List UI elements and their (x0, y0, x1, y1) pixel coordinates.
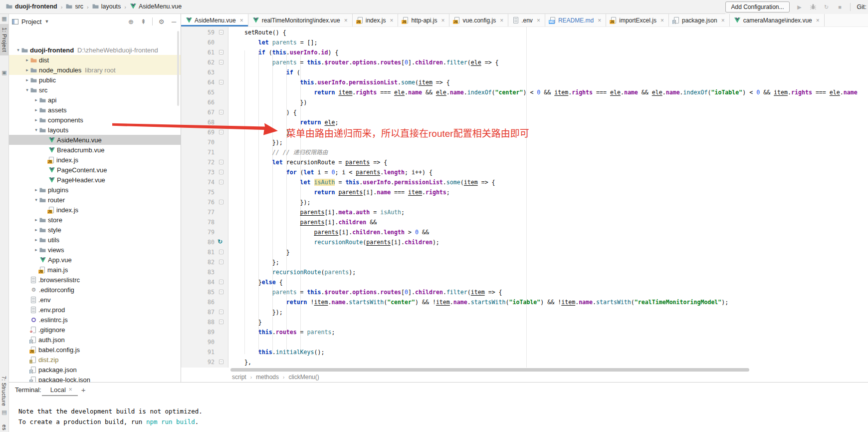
stop-icon[interactable]: ■ (837, 4, 844, 10)
tool-window-button-partial[interactable]: es (1, 425, 7, 432)
tool-window-button-project[interactable]: 1: Project (0, 24, 8, 55)
tree-item[interactable]: ⊘.gitignore (9, 325, 181, 335)
editor-tab[interactable]: JSindex.js× (353, 14, 399, 26)
breadcrumb-item[interactable]: layouts (92, 3, 121, 10)
tree-item[interactable]: PageHeader.vue (9, 175, 181, 185)
tree-item[interactable]: .eslintrc.js (9, 315, 181, 325)
settings-icon[interactable]: ⚙ (158, 18, 165, 25)
close-icon[interactable]: × (390, 17, 393, 24)
terminal-tab-local[interactable]: Local × (50, 386, 72, 394)
breadcrumb-item[interactable]: src (66, 3, 83, 10)
editor-tab[interactable]: .env× (508, 14, 545, 26)
project-panel-title[interactable]: Project (21, 18, 41, 25)
tree-item[interactable]: ▸public (9, 75, 181, 85)
chevron-down-icon[interactable]: ▾ (15, 47, 21, 52)
chevron-down-icon[interactable]: ▾ (24, 87, 30, 92)
tree-item[interactable]: ▾layouts (9, 125, 181, 135)
tree-item[interactable]: JSbabel.config.js (9, 345, 181, 355)
tree-item[interactable]: {}package.json (9, 365, 181, 375)
editor-tab[interactable]: JSvue.config.js× (449, 14, 508, 26)
close-icon[interactable]: × (500, 17, 503, 24)
chevron-right-icon[interactable]: ▸ (33, 117, 39, 122)
close-icon[interactable]: × (537, 17, 540, 24)
editor-tab[interactable]: JShttp-api.js× (398, 14, 449, 26)
chevron-down-icon[interactable]: ▾ (33, 127, 39, 132)
chevron-right-icon[interactable]: ▸ (33, 237, 39, 242)
close-icon[interactable]: × (660, 17, 664, 24)
tree-item[interactable]: App.vue (9, 255, 181, 265)
editor-tab[interactable]: realTimeMonitoring\index.vue× (248, 14, 353, 26)
chevron-down-icon[interactable]: ▼ (44, 19, 49, 24)
hide-icon[interactable]: ─ (170, 18, 178, 25)
tree-item[interactable]: PageContent.vue (9, 165, 181, 175)
tree-item[interactable]: JSindex.js (9, 205, 181, 215)
editor-breadcrumb-item[interactable]: clickMenu() (288, 374, 319, 381)
close-icon[interactable]: × (344, 17, 348, 24)
collapse-all-icon[interactable]: ⇞ (140, 18, 147, 25)
tree-item[interactable]: ∷dist.zip (9, 355, 181, 365)
project-scrollbar[interactable] (177, 31, 179, 106)
editor-tab[interactable]: JSimportExcel.js× (606, 14, 669, 26)
chevron-right-icon[interactable]: ▸ (33, 107, 39, 112)
tree-item[interactable]: AsideMenu.vue (9, 135, 181, 145)
tree-item[interactable]: ▸dist (9, 55, 181, 65)
tree-item[interactable]: ▸plugins (9, 185, 181, 195)
tree-item[interactable]: ▾duoji-frontendD:\zheheWeb\duoji-fronten… (9, 45, 181, 55)
editor-tab[interactable]: AsideMenu.vue× (181, 14, 248, 26)
chevron-right-icon[interactable]: ▸ (24, 57, 30, 62)
debug-icon[interactable] (810, 3, 817, 10)
run-icon[interactable]: ▶ (796, 4, 803, 10)
tree-item[interactable]: ▸assets (9, 105, 181, 115)
close-icon[interactable]: × (240, 17, 243, 24)
close-icon[interactable]: × (441, 17, 444, 24)
horizontal-scrollbar[interactable] (230, 368, 749, 372)
tree-item[interactable]: ▸style (9, 225, 181, 235)
bookmark-icon[interactable]: ▣ (1, 70, 7, 75)
tree-item[interactable]: ▸utils (9, 235, 181, 245)
tool-window-icon[interactable]: ▤ (1, 410, 7, 415)
tree-item[interactable]: ▸components (9, 115, 181, 125)
editor-tab[interactable]: {}package.json× (669, 14, 730, 26)
editor-tab[interactable]: MDREADME.md× (545, 14, 606, 26)
editor-tab[interactable]: cameraManage\index.vue× (730, 14, 825, 26)
chevron-right-icon[interactable]: ▸ (33, 227, 39, 232)
tree-item[interactable]: ▾src (9, 85, 181, 95)
tree-item[interactable]: JSmain.js (9, 265, 181, 275)
new-terminal-tab-icon[interactable]: + (81, 386, 86, 394)
locate-icon[interactable]: ⊕ (127, 18, 135, 25)
add-configuration-button[interactable]: Add Configuration... (725, 1, 789, 12)
tree-item[interactable]: JSindex.js (9, 155, 181, 165)
chevron-down-icon[interactable]: ▾ (33, 197, 39, 202)
chevron-right-icon[interactable]: ▸ (24, 77, 30, 82)
chevron-right-icon[interactable]: ▸ (33, 247, 39, 252)
editor-breadcrumb-item[interactable]: script (232, 374, 246, 381)
tree-item[interactable]: .browserslistrc (9, 275, 181, 285)
tree-item[interactable]: ▸api (9, 95, 181, 105)
breadcrumb-item[interactable]: duoji-frontend (6, 3, 57, 10)
tree-item[interactable]: ⚙.editorconfig (9, 285, 181, 295)
tree-item[interactable]: ▸node_moduleslibrary root (9, 65, 181, 75)
terminal-panel[interactable]: Terminal: Local × + Note that the develo… (9, 382, 868, 432)
tree-item[interactable]: {}package-lock.json (9, 375, 181, 382)
tree-item[interactable]: ▸store (9, 215, 181, 225)
editor-area[interactable]: AsideMenu.vue×realTimeMonitoring\index.v… (181, 14, 868, 383)
close-icon[interactable]: × (69, 386, 72, 393)
close-icon[interactable]: × (816, 17, 820, 24)
tool-window-button-structure[interactable]: 7: Structure (1, 376, 7, 408)
tree-item[interactable]: ▸views (9, 245, 181, 255)
breadcrumb-item[interactable]: AsideMenu.vue (130, 3, 182, 10)
tree-item[interactable]: ▾router (9, 195, 181, 205)
chevron-right-icon[interactable]: ▸ (33, 187, 39, 192)
chevron-right-icon[interactable]: ▸ (33, 217, 39, 222)
tree-item[interactable]: .env.prod (9, 305, 181, 315)
rerun-icon[interactable]: ↻ (823, 4, 830, 10)
code-editor[interactable]: 59−6061−62−6364−656667−6869−707172−73−74… (181, 27, 868, 368)
tree-item[interactable]: .env (9, 295, 181, 305)
tree-item[interactable]: Breadcrumb.vue (9, 145, 181, 155)
chevron-right-icon[interactable]: ▸ (24, 67, 30, 72)
tree-item[interactable]: {}auth.json (9, 335, 181, 345)
editor-breadcrumb-item[interactable]: methods (256, 374, 279, 381)
chevron-right-icon[interactable]: ▸ (33, 97, 39, 102)
close-icon[interactable]: × (598, 17, 601, 24)
close-icon[interactable]: × (721, 17, 725, 24)
